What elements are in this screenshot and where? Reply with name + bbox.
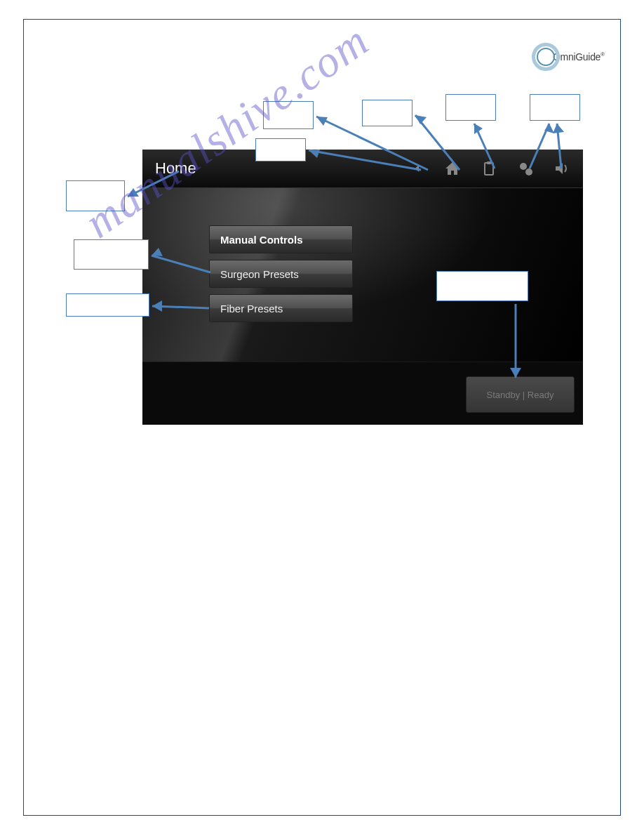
svg-marker-19 bbox=[510, 368, 521, 378]
callout-box bbox=[255, 138, 306, 161]
svg-line-8 bbox=[309, 150, 421, 170]
callout-box bbox=[436, 271, 528, 301]
callout-box bbox=[74, 239, 149, 270]
svg-marker-11 bbox=[553, 124, 564, 133]
svg-line-2 bbox=[415, 115, 459, 170]
svg-marker-17 bbox=[152, 300, 162, 312]
callout-box bbox=[66, 293, 149, 317]
callout-box bbox=[530, 94, 580, 121]
callout-box bbox=[445, 94, 496, 121]
callout-box bbox=[263, 101, 314, 129]
svg-marker-15 bbox=[152, 248, 163, 256]
svg-marker-3 bbox=[415, 115, 427, 124]
callout-box bbox=[362, 100, 412, 126]
callout-box bbox=[66, 180, 125, 211]
svg-marker-9 bbox=[309, 150, 320, 158]
svg-line-14 bbox=[152, 256, 210, 272]
